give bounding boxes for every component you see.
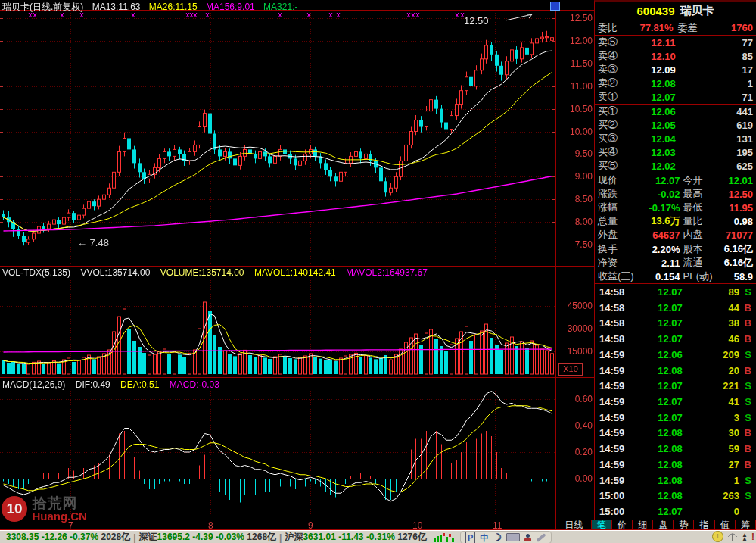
tick-row[interactable]: 14:5912.0741S: [595, 394, 756, 410]
tick-side: S: [739, 475, 751, 486]
sell-level-label: 卖②: [598, 76, 618, 90]
tick-by-tick-list[interactable]: 14:5812.0789S14:5812.0744B14:5812.0738B1…: [595, 284, 756, 520]
quote-panel-header[interactable]: 600439 瑞贝卡: [595, 2, 756, 20]
price-axis-label: 11.50: [558, 58, 593, 69]
draw-p-button[interactable]: P: [465, 532, 475, 543]
tick-row[interactable]: 14:5812.0738B: [595, 315, 756, 331]
tick-price: 12.08: [634, 365, 706, 376]
month-label: 11: [493, 520, 502, 531]
tick-qty: 209: [706, 349, 739, 360]
tab-细[interactable]: 细: [633, 520, 653, 529]
sell-queue-row[interactable]: 卖⑤12.1177: [595, 36, 756, 49]
buy-queue-row[interactable]: 买⑤12.02625: [595, 159, 756, 173]
tab-盘[interactable]: 盘: [653, 520, 674, 529]
scroll-up-circle-icon[interactable]: ↑: [712, 531, 723, 542]
quote-info-row: 涨跌-0.02最高12.50: [595, 187, 756, 201]
macd-pane-header: MACD(12,26,9) DIF:0.49 DEA:0.51 MACD:-0.…: [2, 379, 227, 390]
tick-time: 14:59: [599, 475, 634, 486]
tick-side: S: [739, 286, 751, 298]
fundamental-info: 换手2.20%股本6.16亿净资2.11流通6.16亿收益(三)0.154PE(…: [595, 242, 756, 284]
night-mode-icon[interactable]: ☽: [493, 532, 502, 543]
tab-筹[interactable]: 筹: [736, 520, 756, 529]
price-axis-label: 8.00: [558, 217, 593, 227]
tick-row[interactable]: 14:5912.06209S: [595, 347, 756, 363]
tab-period[interactable]: 日线: [557, 520, 592, 529]
sell-queue: 卖⑤12.1177卖④12.1085卖③12.0917卖②12.081卖①12.…: [595, 36, 756, 105]
price-axis-label: 9.50: [558, 148, 593, 159]
fund-info-row: 换手2.20%股本6.16亿: [595, 242, 756, 256]
price-axis-label: 8.50: [558, 194, 593, 204]
hs-index: 3631.01: [303, 532, 335, 542]
sell-queue-row[interactable]: 卖③12.0917: [595, 63, 756, 76]
hs-amount: 1276亿: [397, 532, 427, 542]
sell-level-label: 卖③: [598, 63, 618, 76]
tab-指[interactable]: 指: [694, 520, 714, 529]
tick-row[interactable]: 14:5912.0830B: [595, 426, 756, 442]
sz-change: -4.39: [192, 532, 213, 542]
watermark-badge: 10: [2, 496, 27, 522]
tick-row[interactable]: 14:5912.0820B: [595, 363, 756, 379]
collapse-up-icon[interactable]: ▲▲: [742, 533, 748, 541]
tick-side: B: [739, 365, 751, 376]
alert-icon[interactable]: !: [751, 532, 754, 542]
sz-index: 13695.2: [157, 532, 190, 542]
fund-info-row: 收益(三)0.154PE(动)58.9: [595, 270, 756, 283]
macd-axis-label: 0.20: [558, 447, 593, 457]
keyboard-icon[interactable]: [506, 533, 520, 541]
tick-row[interactable]: 14:5912.0827B: [595, 457, 756, 473]
buy-qty: 619: [709, 120, 753, 131]
user-icon[interactable]: [524, 534, 531, 541]
tab-价[interactable]: 价: [612, 520, 633, 529]
macd-indicator-name: MACD(12,26,9): [2, 379, 65, 390]
tab-值[interactable]: 值: [715, 520, 736, 529]
antenna-icon[interactable]: [727, 532, 738, 542]
tick-row[interactable]: 14:5812.0789S: [595, 284, 756, 300]
tick-price: 12.07: [634, 412, 706, 423]
buy-queue-row[interactable]: 买②12.05619: [595, 118, 756, 132]
fund-info-row: 净资2.11流通6.16亿: [595, 256, 756, 270]
price-axis-label: 9.00: [558, 171, 593, 182]
tick-row[interactable]: 14:5912.0859B: [595, 441, 756, 457]
tick-qty: 1: [706, 475, 739, 486]
tick-row[interactable]: 14:5812.0746B: [595, 331, 756, 347]
tab-势[interactable]: 势: [674, 520, 694, 529]
buy-level-label: 买①: [598, 105, 618, 118]
buy-qty: 441: [709, 106, 753, 117]
buy-queue-row[interactable]: 买①12.06441: [595, 105, 756, 118]
tick-time: 14:58: [599, 333, 634, 345]
tick-qty: 221: [706, 380, 739, 392]
sell-queue-row[interactable]: 卖④12.1085: [595, 49, 756, 63]
tick-qty: 41: [706, 396, 739, 407]
tick-row[interactable]: 15:0012.070: [595, 504, 756, 520]
tick-price: 12.08: [634, 459, 706, 470]
quote-info-row-label: 最低: [683, 201, 717, 214]
buy-qty: 195: [709, 147, 753, 158]
window-mode-icon[interactable]: [550, 2, 560, 11]
tick-row[interactable]: 15:0012.08263S: [595, 488, 756, 504]
month-label: 10: [412, 520, 422, 531]
chinese-mode-button[interactable]: 中: [480, 532, 488, 543]
tick-side: S: [739, 490, 751, 501]
tick-side: B: [739, 333, 751, 345]
quote-info-row-value: -0.02: [643, 189, 680, 200]
month-label: 8: [208, 520, 213, 531]
sell-queue-row[interactable]: 卖②12.081: [595, 76, 756, 90]
quote-info-row-value: 12.07: [643, 175, 680, 186]
sell-queue-row[interactable]: 卖①12.0771: [595, 90, 756, 104]
tick-row[interactable]: 14:5812.0744B: [595, 300, 756, 316]
tick-row[interactable]: 14:5912.081S: [595, 473, 756, 488]
hs-label: 沪深: [285, 532, 303, 542]
buy-queue-row[interactable]: 买③12.04131: [595, 132, 756, 145]
mini-market-bars-icon[interactable]: [433, 532, 456, 542]
buy-queue-row[interactable]: 买④12.03195: [595, 145, 756, 159]
tick-row[interactable]: 14:5912.07221S: [595, 378, 756, 394]
tick-time: 14:59: [599, 412, 634, 423]
fund-info-row-value: 6.16亿: [717, 256, 754, 270]
hs-change: -11.43: [338, 532, 363, 542]
tick-row[interactable]: 14:5912.073S: [595, 410, 756, 426]
quote-info-row: 现价12.07今开12.01: [595, 173, 756, 187]
tab-笔[interactable]: 笔: [592, 520, 612, 529]
chart-canvas[interactable]: [0, 0, 594, 530]
quote-info-row-value: 0.98: [717, 216, 754, 227]
settings-wrench-icon[interactable]: [536, 532, 546, 541]
